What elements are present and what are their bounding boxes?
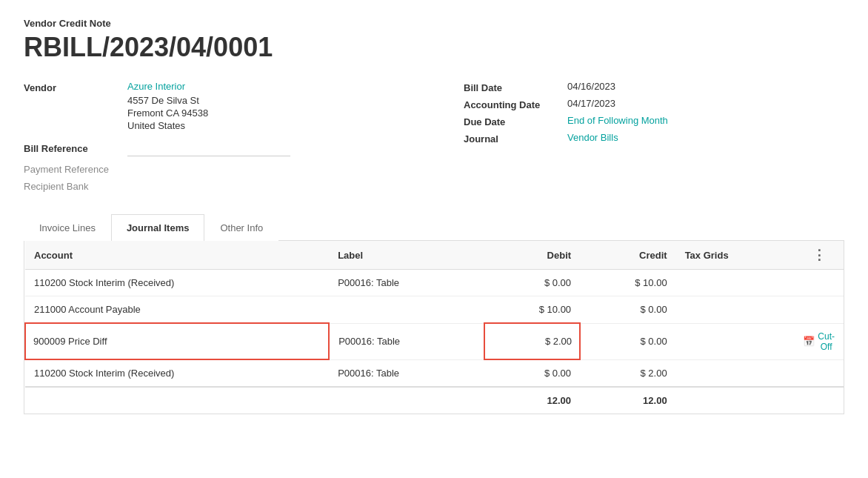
cutoff-button[interactable]: 📅 Cut-Off <box>803 331 835 352</box>
row3-debit: $ 2.00 <box>484 323 581 359</box>
bill-reference-label: Bill Reference <box>24 142 127 154</box>
row3-account: 900009 Price Diff <box>25 323 329 359</box>
row4-account: 110200 Stock Interim (Received) <box>25 359 329 387</box>
totals-empty-options <box>794 387 844 414</box>
tab-other-info[interactable]: Other Info <box>204 214 278 241</box>
journal-label: Journal <box>464 132 567 145</box>
doc-type-label: Vendor Credit Note <box>24 18 844 29</box>
row1-options <box>794 270 844 296</box>
col-header-options: ⋮ <box>794 241 844 270</box>
vendor-name[interactable]: Azure Interior <box>127 81 185 92</box>
row3-label: P00016: Table <box>329 323 484 359</box>
column-options-icon[interactable]: ⋮ <box>812 248 826 262</box>
row2-options <box>794 296 844 324</box>
row4-label: P00016: Table <box>329 359 484 387</box>
vendor-address-line1: 4557 De Silva St <box>127 95 199 106</box>
col-header-tax-grids: Tax Grids <box>676 241 795 270</box>
row3-tax-grids <box>676 323 795 359</box>
table-row: 110200 Stock Interim (Received) P00016: … <box>25 270 844 296</box>
totals-empty-tax <box>676 387 795 414</box>
vendor-address-line3: United States <box>127 120 185 131</box>
doc-title: RBILL/2023/04/0001 <box>24 32 844 63</box>
bill-date-value: 04/16/2023 <box>567 81 615 92</box>
row2-credit: $ 0.00 <box>580 296 676 324</box>
tab-journal-items[interactable]: Journal Items <box>111 214 205 241</box>
journal-value[interactable]: Vendor Bills <box>567 132 618 143</box>
row4-debit: $ 0.00 <box>484 359 581 387</box>
table-row: 110200 Stock Interim (Received) P00016: … <box>25 359 844 387</box>
row1-label: P00016: Table <box>329 270 484 296</box>
row1-account: 110200 Stock Interim (Received) <box>25 270 329 296</box>
totals-debit: 12.00 <box>484 387 581 414</box>
payment-reference-label: Payment Reference <box>24 162 127 175</box>
due-date-label: Due Date <box>464 115 567 127</box>
accounting-date-label: Accounting Date <box>464 98 567 110</box>
table-row-highlighted: 900009 Price Diff P00016: Table $ 2.00 $… <box>25 323 844 359</box>
row3-cutoff[interactable]: 📅 Cut-Off <box>794 323 844 359</box>
accounting-date-value: 04/17/2023 <box>567 98 615 109</box>
row4-credit: $ 2.00 <box>580 359 676 387</box>
totals-empty-account <box>25 387 329 414</box>
row2-tax-grids <box>676 296 795 324</box>
col-header-account: Account <box>25 241 329 270</box>
vendor-address-line2: Fremont CA 94538 <box>127 107 208 119</box>
cutoff-calendar-icon: 📅 <box>803 336 815 347</box>
row2-debit: $ 10.00 <box>484 296 581 324</box>
row2-label <box>329 296 484 324</box>
row3-credit: $ 0.00 <box>580 323 676 359</box>
bill-reference-input[interactable] <box>127 142 290 156</box>
col-header-debit: Debit <box>484 241 581 270</box>
tab-invoice-lines[interactable]: Invoice Lines <box>24 214 111 241</box>
row1-debit: $ 0.00 <box>484 270 581 296</box>
totals-row: 12.00 12.00 <box>25 387 844 414</box>
col-header-label: Label <box>329 241 484 270</box>
row1-credit: $ 10.00 <box>580 270 676 296</box>
recipient-bank-label: Recipient Bank <box>24 179 127 192</box>
row4-options <box>794 359 844 387</box>
vendor-label: Vendor <box>24 81 127 93</box>
row2-account: 211000 Account Payable <box>25 296 329 324</box>
totals-credit: 12.00 <box>580 387 676 414</box>
col-header-credit: Credit <box>580 241 676 270</box>
due-date-value[interactable]: End of Following Month <box>567 115 668 126</box>
table-row: 211000 Account Payable $ 10.00 $ 0.00 <box>25 296 844 324</box>
totals-empty-label <box>329 387 484 414</box>
row1-tax-grids <box>676 270 795 296</box>
journal-items-table: Account Label Debit Credit Tax Grids ⋮ 1… <box>24 241 844 414</box>
cutoff-label: Cut-Off <box>818 331 835 352</box>
row4-tax-grids <box>676 359 795 387</box>
bill-date-label: Bill Date <box>464 81 567 93</box>
tabs-container: Invoice Lines Journal Items Other Info <box>24 214 844 241</box>
